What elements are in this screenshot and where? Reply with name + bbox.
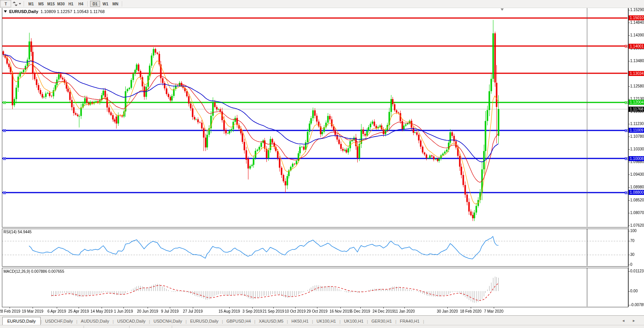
timeframe-button-mn[interactable]: MN xyxy=(111,1,120,7)
toolbar: T M1M5M15M30H1H4D1W1MN xyxy=(0,0,644,8)
price-axis-tick-label: 1.14390 xyxy=(630,33,644,37)
time-axis-tick-label: 28 Feb 2019 xyxy=(0,309,20,313)
rsi-axis-tick-label: 70 xyxy=(630,239,634,243)
status-bar xyxy=(0,325,644,328)
chart-tab-11-ger30[interactable]: GER30,H1 xyxy=(368,317,395,325)
chart-tab-4-usdcnh[interactable]: USDCNH,Daily xyxy=(150,317,186,325)
price-axis-tick-label: 1.15290 xyxy=(630,8,644,12)
chart-title: EURUSD,Daily 1.10809 1.12257 1.10543 1.1… xyxy=(4,9,105,14)
chart-tab-3-usdcad[interactable]: USDCAD,Daily xyxy=(114,317,149,325)
time-axis-tick-label: 27 Jul 2019 xyxy=(183,309,203,313)
time-axis-tick-label: 21 Sep 2019 xyxy=(263,309,284,313)
status-separator xyxy=(172,326,172,328)
chart-canvas[interactable] xyxy=(0,0,644,328)
price-axis-tick-label: 1.07620 xyxy=(630,223,644,227)
chart-tab-7-xauusd[interactable]: XAUUSD,M5 xyxy=(255,317,287,325)
time-axis-tick-label: 19 Mar 2019 xyxy=(22,309,43,313)
mt4-chart-window: T M1M5M15M30H1H4D1W1MN EURUSD,Daily 1.10… xyxy=(0,0,644,328)
price-axis-tick-label: 1.08980 xyxy=(630,185,644,189)
chart-tab-0-eurusd[interactable]: EURUSD,Daily xyxy=(2,317,41,326)
time-axis-tick-label: 7 Mar 2020 xyxy=(484,309,504,313)
rsi-axis-tick-label: 0 xyxy=(630,262,632,267)
timeframe-button-m15[interactable]: M15 xyxy=(46,1,56,7)
price-level-badge[interactable]: 1.08800 xyxy=(629,190,644,195)
chart-tab-1-usdchf[interactable]: USDCHF,Daily xyxy=(42,317,76,325)
dropdown-caret-icon xyxy=(19,3,21,5)
chart-tab-bar: EURUSD,Daily|USDCHF,Daily|AUDUSD,Daily|U… xyxy=(0,315,644,325)
price-level-badge[interactable]: 1.14001 xyxy=(629,44,644,49)
rsi-axis-tick-label: 30 xyxy=(630,252,634,257)
timeframe-button-d1[interactable]: D1 xyxy=(90,1,100,7)
current-price-badge: 1.11768 xyxy=(629,107,644,112)
macd-axis-tick-label: 0.011232 xyxy=(630,269,644,273)
chart-tab-10-uk100[interactable]: UK100,H1 xyxy=(340,317,367,325)
price-level-badge[interactable]: 1.11009 xyxy=(629,128,644,133)
price-level-badge[interactable]: 1.10008 xyxy=(629,156,644,161)
toolbar-separator xyxy=(122,1,123,7)
timeframe-button-m5[interactable]: M5 xyxy=(36,1,46,7)
macd-label: MACD(12,26,9) 0.007886 0.007655 xyxy=(3,269,64,274)
time-axis-tick-label: 25 Apr 2019 xyxy=(68,309,89,313)
chart-tab-6-gbpusd[interactable]: GBPUSD,H4 xyxy=(223,317,255,325)
timeframe-button-m1[interactable]: M1 xyxy=(26,1,36,7)
price-level-badge[interactable]: 1.12004 xyxy=(629,100,644,105)
time-axis-tick-label: 30 Jan 2020 xyxy=(437,309,458,313)
tab-separator: | xyxy=(423,319,424,324)
price-level-badge[interactable]: 1.13034 xyxy=(629,71,644,76)
price-axis-tick-label: 1.09430 xyxy=(630,172,644,176)
time-axis-tick-label: 20 Jun 2019 xyxy=(137,309,158,313)
timeframe-button-h1[interactable]: H1 xyxy=(66,1,76,7)
price-axis-tick-label: 1.08070 xyxy=(630,211,644,215)
arrange-windows-icon[interactable] xyxy=(12,1,22,7)
time-axis-tick-label: 16 Nov 2019 xyxy=(330,309,352,313)
tab-scroll-arrows[interactable]: ◄ ► xyxy=(622,319,639,323)
chart-tab-5-eurusd[interactable]: EURUSD,Daily xyxy=(187,317,222,325)
symbol-period-label: EURUSD,Daily xyxy=(9,9,38,14)
text-tool-icon[interactable]: T xyxy=(0,0,11,7)
status-separator xyxy=(129,326,130,328)
status-separator xyxy=(84,326,84,328)
ohlc-values: 1.10809 1.12257 1.10543 1.11768 xyxy=(41,9,105,14)
time-axis-tick-label: 14 May 2019 xyxy=(90,309,113,313)
time-axis-tick-label: 24 Dec 2019 xyxy=(373,309,394,313)
time-axis-tick-label: 5 Dec 2019 xyxy=(350,309,370,313)
macd-axis-tick-label: -0.00789 xyxy=(630,303,644,307)
chart-shift-marker-icon[interactable] xyxy=(501,8,504,11)
time-axis-tick-label: 29 Oct 2019 xyxy=(307,309,327,313)
toolbar-separator xyxy=(24,1,25,7)
time-axis-tick-label: 1 Jun 2019 xyxy=(114,309,133,313)
macd-axis-tick-label: 0.00 xyxy=(630,289,637,293)
chart-tab-12-fra40[interactable]: FRA40,H1 xyxy=(396,317,423,325)
chart-tab-2-audusd[interactable]: AUDUSD,Daily xyxy=(77,317,113,325)
price-axis-tick-label: 1.13480 xyxy=(630,59,644,63)
chart-tab-8-hk50[interactable]: HK50,H1 xyxy=(288,317,312,325)
time-axis-tick-label: 11 Jan 2020 xyxy=(394,309,415,313)
timeframe-button-m30[interactable]: M30 xyxy=(56,1,66,7)
price-axis-tick-label: 1.14840 xyxy=(630,20,644,25)
rsi-label: RSI(14) 54.9445 xyxy=(3,230,31,234)
price-level-badge[interactable]: 1.15010 xyxy=(629,15,644,20)
time-axis-tick-label: 3 Sep 2019 xyxy=(242,309,262,313)
collapse-triangle-icon[interactable] xyxy=(4,10,7,13)
time-axis-tick-label: 10 Oct 2019 xyxy=(285,309,306,313)
toolbar-separator xyxy=(87,1,88,7)
price-axis-tick-label: 1.11230 xyxy=(630,122,644,126)
time-axis-tick-label: 6 Apr 2019 xyxy=(48,309,66,313)
time-axis-tick-label: 9 Jul 2019 xyxy=(161,309,179,313)
price-axis-tick-label: 1.08520 xyxy=(630,198,644,202)
price-axis-tick-label: 1.10330 xyxy=(630,147,644,151)
timeframe-button-w1[interactable]: W1 xyxy=(101,1,110,7)
sort-arrows-icon xyxy=(13,2,18,6)
price-axis-tick-label: 1.12580 xyxy=(630,84,644,88)
price-axis-tick-label: 1.10780 xyxy=(630,134,644,138)
time-axis-tick-label: 18 Feb 2020 xyxy=(460,309,481,313)
time-axis-tick-label: 15 Aug 2019 xyxy=(219,309,240,313)
rsi-axis-tick-label: 100 xyxy=(630,229,637,233)
chart-tab-9-uk100[interactable]: UK100,H1 xyxy=(313,317,340,325)
timeframe-button-h4[interactable]: H4 xyxy=(76,1,85,7)
